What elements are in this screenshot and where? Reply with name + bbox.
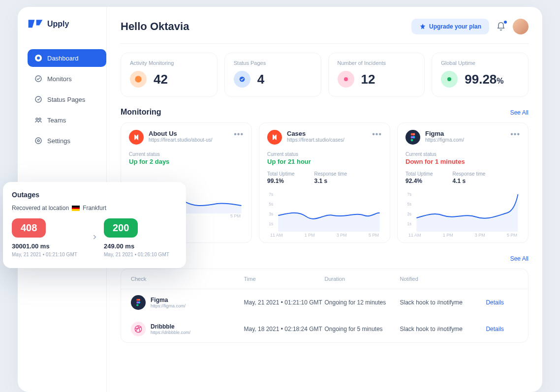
sidebar-item-label: Teams <box>47 117 66 124</box>
status-code-200-badge: 200 <box>104 218 138 238</box>
topbar-actions: Upgrade your plan <box>411 19 529 34</box>
stat-value: 4 <box>257 72 264 87</box>
teams-icon <box>34 116 42 124</box>
x-tick: 1 PM <box>443 233 453 238</box>
sidebar-item-settings[interactable]: Settings <box>28 132 106 150</box>
svg-point-8 <box>135 76 141 82</box>
status-value: Down for 1 minutes <box>405 158 520 165</box>
outages-recovered: Recovered at location Frankfurt <box>12 205 177 211</box>
svg-text:1s: 1s <box>407 221 412 227</box>
alert-notified: Slack hook to #notifyme <box>400 326 486 332</box>
resp-value: 3.1 s <box>314 178 347 184</box>
svg-text:7s: 7s <box>407 192 412 197</box>
svg-point-5 <box>39 118 41 120</box>
sidebar-item-label: Dashboard <box>47 55 79 62</box>
svg-text:1s: 1s <box>269 221 274 227</box>
monitor-menu-button[interactable]: ••• <box>510 130 520 139</box>
table-row: Figma https://figma.com/ May, 21 2021 • … <box>121 289 528 316</box>
monitor-menu-button[interactable]: ••• <box>372 130 382 139</box>
monitor-url: https://figma.com/ <box>425 137 464 143</box>
alert-url: https://dribbble.com/ <box>151 330 190 335</box>
monitors-icon <box>34 75 42 83</box>
status-pages-icon <box>34 95 42 103</box>
page-title: Hello Oktavia <box>121 20 189 33</box>
x-tick: 5 PM <box>507 233 517 238</box>
monitor-url: https://fireart.studio/cases/ <box>287 137 344 143</box>
alert-url: https://figma.com/ <box>151 303 186 308</box>
alert-time: May, 21 2021 • 01:21:10 GMT <box>244 299 325 306</box>
upgrade-plan-button[interactable]: Upgrade your plan <box>411 19 489 34</box>
upgrade-plan-label: Upgrade your plan <box>429 23 481 30</box>
outages-popup: Outages Recovered at location Frankfurt … <box>3 182 186 268</box>
sidebar-item-label: Monitors <box>47 75 72 83</box>
svg-point-29 <box>136 304 138 306</box>
dashboard-icon <box>34 54 42 62</box>
resp-label: Response time <box>314 171 347 177</box>
x-tick: 5 PM <box>230 213 241 218</box>
monitoring-see-all-link[interactable]: See All <box>510 109 529 116</box>
stat-label: Status Pages <box>234 60 312 66</box>
stat-value: 42 <box>154 72 168 87</box>
svg-text:5s: 5s <box>269 202 274 207</box>
alerts-see-all-link[interactable]: See All <box>510 255 529 262</box>
svg-text:7s: 7s <box>269 192 274 197</box>
stat-label: Number of Incidents <box>338 60 416 66</box>
uptime-label: Total Uptime <box>267 171 295 177</box>
brand-logo[interactable]: Upply <box>28 19 106 30</box>
x-tick: 3 PM <box>337 233 347 238</box>
settings-icon <box>34 137 42 145</box>
alert-name: Figma <box>151 297 186 303</box>
outage-before: 408 30001.00 ms May, 21 2021 • 01:21:10 … <box>12 218 85 257</box>
monitor-name: About Us <box>149 130 213 137</box>
sidebar-item-monitors[interactable]: Monitors <box>28 70 106 88</box>
sidebar-item-dashboard[interactable]: Dashboard <box>28 49 106 67</box>
status-code-408-badge: 408 <box>12 218 46 238</box>
monitor-chart: 7s 5s 3s 1s 11 AM 1 PM 3 PM 5 PM <box>405 188 520 238</box>
alert-details-link[interactable]: Details <box>486 326 518 332</box>
notifications-button[interactable] <box>496 22 506 31</box>
stat-value: 12 <box>361 72 375 87</box>
svg-point-20 <box>411 139 413 142</box>
svg-point-1 <box>37 57 40 60</box>
activity-icon <box>130 71 147 88</box>
monitor-url: https://fireart.studio/about-us/ <box>149 137 213 143</box>
figma-icon <box>405 130 420 145</box>
resp-value: 4.1 s <box>453 178 486 184</box>
svg-point-26 <box>138 299 140 301</box>
monitor-menu-button[interactable]: ••• <box>234 130 244 139</box>
alert-name: Dribbble <box>151 323 190 330</box>
x-tick: 3 PM <box>475 233 485 238</box>
svg-text:3s: 3s <box>407 211 412 217</box>
alert-details-link[interactable]: Details <box>486 299 518 306</box>
stat-label: Global Uptime <box>441 60 519 66</box>
monitor-chart: 7s 5s 3s 1s 11 AM 1 PM 3 PM 5 PM <box>267 188 382 238</box>
outage-latency: 249.00 ms <box>104 242 177 250</box>
monitor-name: Figma <box>425 130 464 137</box>
outages-title: Outages <box>12 191 177 199</box>
alert-time: May, 18 2021 • 02:18:24 GMT <box>244 326 325 332</box>
monitor-name: Cases <box>287 130 344 137</box>
status-pages-stat-icon <box>234 71 250 88</box>
sidebar-item-status-pages[interactable]: Status Pages <box>28 90 106 108</box>
sidebar-item-teams[interactable]: Teams <box>28 111 106 129</box>
figma-icon <box>131 295 146 310</box>
alerts-table: Check Time Duration Notified Figma https… <box>121 269 529 343</box>
resp-label: Response time <box>453 171 486 177</box>
uptime-label: Total Uptime <box>405 171 433 177</box>
logo-icon <box>28 19 43 30</box>
status-value: Up for 21 hour <box>267 158 382 165</box>
alerts-columns: Check Time Duration Notified <box>121 269 528 289</box>
svg-point-7 <box>37 140 39 142</box>
status-label: Current status <box>405 151 520 157</box>
stat-global-uptime: Global Uptime 99.28% <box>432 53 529 97</box>
uptime-value: 99.1% <box>267 178 295 184</box>
alert-duration: Ongoing for 12 minutes <box>325 299 400 306</box>
avatar-button[interactable] <box>513 19 529 34</box>
incidents-icon <box>338 71 354 88</box>
monitor-card-cases: Cases https://fireart.studio/cases/ ••• … <box>259 122 390 243</box>
svg-text:3s: 3s <box>269 211 274 217</box>
col-notified: Notified <box>400 276 486 282</box>
stats-row: Activity Monitoring 42 Status Pages 4 <box>121 53 529 97</box>
stat-value: 99.28% <box>465 72 503 87</box>
svg-point-11 <box>447 77 451 81</box>
